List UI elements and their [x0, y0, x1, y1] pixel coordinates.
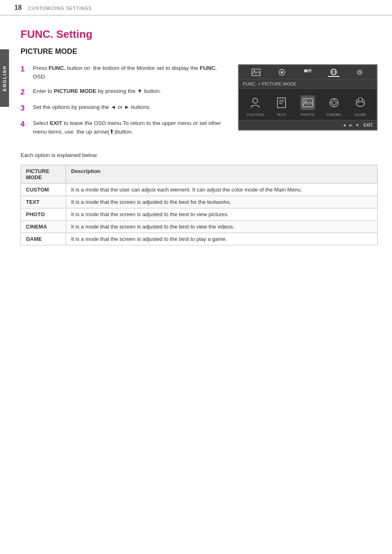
svg-point-21 [332, 101, 336, 105]
table-header-description: Description [66, 165, 378, 184]
osd-game-label: GAME [355, 113, 367, 117]
table-row: TEXTIt is a mode that the screen is adju… [21, 196, 378, 208]
content-row: 1 Press FUNC. button on the bottom of th… [21, 64, 378, 142]
step-number-2: 2 [21, 87, 29, 97]
osd-nav-right: ► [349, 123, 353, 127]
table-cell-mode-4: GAME [21, 233, 66, 245]
step-3: 3 Set the options by pressing the ◄ or ►… [21, 103, 226, 113]
steps-column: 1 Press FUNC. button on the bottom of th… [21, 64, 226, 142]
svg-rect-7 [308, 71, 311, 72]
osd-photo-label: PHOTO [301, 113, 315, 117]
step-number-4: 4 [21, 119, 29, 129]
language-label: ENGLISH [2, 65, 7, 91]
section-title: FUNC. Setting [21, 28, 378, 41]
osd-icon-network [328, 68, 339, 77]
osd-exit-label: EXIT [364, 123, 373, 127]
osd-icon-color [276, 68, 288, 77]
step-number-1: 1 [21, 64, 29, 74]
osd-text-icon [274, 95, 289, 110]
language-tab: ENGLISH [0, 49, 9, 107]
osd-item-text: TEXT [271, 95, 292, 117]
svg-point-12 [357, 70, 362, 75]
svg-rect-0 [252, 69, 260, 76]
osd-items-row: CUSTOM TEXT [239, 89, 377, 120]
table-cell-mode-3: CINEMA [21, 221, 66, 233]
table-cell-description-1: It is a mode that the screen is adjusted… [66, 196, 378, 208]
step-number-3: 3 [21, 103, 29, 113]
osd-nav-left: ◄ [342, 123, 346, 127]
osd-custom-label: CUSTOM [247, 113, 264, 117]
osd-nav-down: ▼ [355, 123, 360, 127]
step-text-1: Press FUNC. button on the bottom of the … [33, 64, 226, 81]
table-cell-description-3: It is a mode that the screen is adjusted… [66, 221, 378, 233]
picture-mode-table: PICTURE MODE Description CUSTOMIt is a m… [21, 165, 378, 245]
table-row: PHOTOIt is a mode that the screen is adj… [21, 208, 378, 221]
table-header-mode: PICTURE MODE [21, 165, 66, 184]
table-row: GAMEIt is a mode that the screen is adju… [21, 233, 378, 245]
osd-custom-icon [248, 95, 263, 110]
osd-icon-picture [250, 68, 262, 77]
svg-point-13 [253, 98, 258, 103]
table-cell-description-4: It is a mode that the screen is adjusted… [66, 233, 378, 245]
svg-point-31 [362, 101, 364, 102]
osd-item-game: GAME [350, 95, 371, 117]
osd-bottom-bar: ◄ ► ▼ EXIT [239, 120, 377, 130]
table-cell-description-2: It is a mode that the screen is adjusted… [66, 208, 378, 221]
table-row: CUSTOMIt is a mode that the user can adj… [21, 184, 378, 196]
subsection-title: PICTURE MODE [21, 47, 378, 56]
svg-point-30 [357, 101, 359, 102]
table-cell-mode-2: PHOTO [21, 208, 66, 221]
osd-top-icons [239, 65, 377, 79]
table-cell-description-0: It is a mode that the user can adjust ea… [66, 184, 378, 196]
main-content: FUNC. Setting PICTURE MODE 1 Press FUNC.… [0, 16, 392, 258]
svg-point-3 [281, 71, 283, 74]
page-header: 18 CUSTOMIZING SETTINGS [0, 0, 392, 16]
osd-icon-display [302, 68, 314, 77]
step-4: 4 Select EXIT to leave the OSD menu.To r… [21, 119, 226, 136]
table-row: CINEMAIt is a mode that the screen is ad… [21, 221, 378, 233]
osd-item-custom: CUSTOM [244, 95, 266, 117]
step-text-3: Set the options by pressing the ◄ or ► b… [33, 103, 151, 112]
svg-point-11 [358, 71, 361, 74]
page-number: 18 [14, 4, 22, 12]
osd-item-cinema: CINEMA [323, 95, 345, 117]
table-cell-mode-1: TEXT [21, 196, 66, 208]
osd-game-icon [353, 95, 368, 110]
osd-photo-icon [300, 95, 315, 110]
osd-item-photo: PHOTO [297, 95, 318, 117]
svg-point-29 [358, 97, 362, 102]
osd-text-label: TEXT [276, 113, 286, 117]
step-1: 1 Press FUNC. button on the bottom of th… [21, 64, 226, 81]
osd-cinema-icon [327, 95, 341, 110]
osd-box: FUNC. > PICTURE MODE CUSTOM [238, 64, 378, 131]
each-option-text: Each option is explained below. [21, 152, 378, 158]
table-cell-mode-0: CUSTOM [21, 184, 66, 196]
osd-preview: FUNC. > PICTURE MODE CUSTOM [238, 64, 378, 142]
osd-icon-settings [354, 68, 365, 77]
step-2: 2 Enter to PICTURE MODE by pressing the … [21, 87, 226, 97]
osd-breadcrumb: FUNC. > PICTURE MODE [239, 79, 377, 89]
osd-cinema-label: CINEMA [326, 113, 342, 117]
svg-rect-5 [304, 69, 308, 72]
svg-rect-6 [308, 69, 311, 71]
step-text-2: Enter to PICTURE MODE by pressing the ▼ … [33, 87, 161, 96]
svg-rect-14 [277, 98, 286, 108]
step-text-4: Select EXIT to leave the OSD menu.To ret… [33, 119, 226, 136]
page-subtitle: CUSTOMIZING SETTINGS [28, 6, 92, 11]
